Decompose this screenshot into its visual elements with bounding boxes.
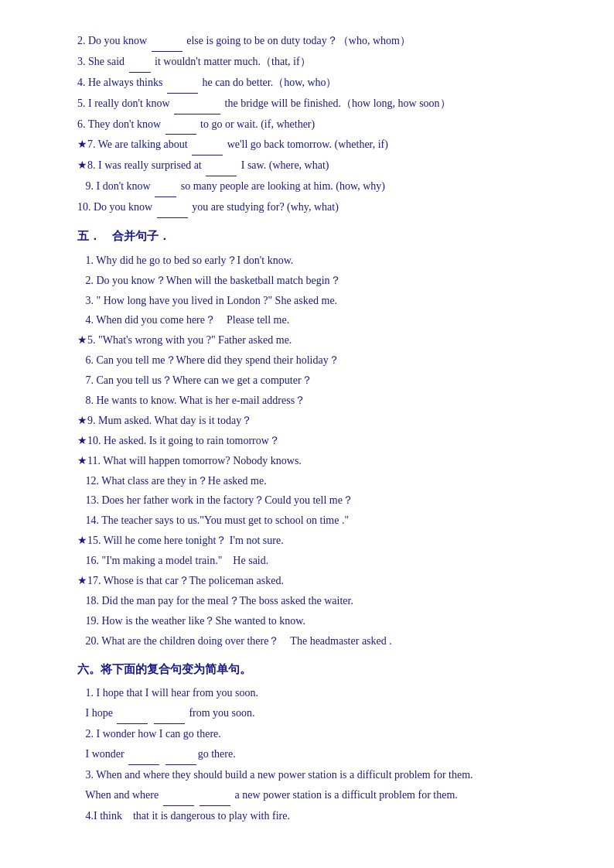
blank-s4-10	[157, 197, 188, 218]
line-s4-2: 2. Do you know else is going to be on du…	[77, 31, 552, 52]
s6-item3-line1: 3. When and where they should build a ne…	[77, 765, 552, 785]
line-s4-8: ★8. I was really surprised at I saw. (wh…	[77, 155, 552, 176]
line-s4-9: 9. I don't know so many people are looki…	[77, 176, 552, 197]
worksheet-content: 2. Do you know else is going to be on du…	[77, 31, 552, 826]
line-s5-9: ★9. Mum asked. What day is it today？	[77, 411, 552, 431]
s6-item4-line1: 4.I think that it is dangerous to play w…	[77, 806, 552, 826]
line-s5-17: ★17. Whose is that car？The policeman ask…	[77, 571, 552, 591]
line-s5-3: 3. " How long have you lived in London ?…	[77, 291, 552, 311]
section6-header: 六。将下面的复合句变为简单句。	[77, 659, 552, 681]
line-s4-5: 5. I really don't know the bridge will b…	[77, 94, 552, 114]
line-s5-6: 6. Can you tell me？Where did they spend …	[77, 350, 552, 371]
line-s5-5: ★5. "What's wrong with you ?" Father ask…	[77, 330, 552, 350]
section6-items: 1. I hope that I will hear from you soon…	[77, 683, 552, 825]
line-s5-14: 14. The teacher says to us."You must get…	[77, 511, 552, 531]
line-s5-13: 13. Does her father work in the factory？…	[77, 490, 552, 511]
line-s5-16: 16. "I'm making a model train." He said.	[77, 551, 552, 571]
line-s5-2: 2. Do you know？When will the basketball …	[77, 271, 552, 291]
line-s5-4: 4. When did you come here？ Please tell m…	[77, 310, 552, 330]
line-s4-6: 6. They don't know to go or wait. (if, w…	[77, 114, 552, 135]
line-s5-12: 12. What class are they in？He asked me.	[77, 471, 552, 491]
blank-s4-3	[129, 52, 151, 73]
line-s5-10: ★10. He asked. Is it going to rain tomor…	[77, 431, 552, 451]
blank-s6-2b	[165, 744, 196, 765]
s6-item3-line2: When and where a new power station is a …	[77, 785, 552, 806]
line-s5-7: 7. Can you tell us？Where can we get a co…	[77, 371, 552, 391]
line-s4-4: 4. He always thinks he can do better.（ho…	[77, 73, 552, 94]
line-s4-3: 3. She said it wouldn't matter much.（tha…	[77, 52, 552, 73]
section4-lines: 2. Do you know else is going to be on du…	[77, 31, 552, 218]
blank-s4-2	[152, 31, 182, 52]
blank-s4-6	[165, 114, 196, 135]
line-s5-18: 18. Did the man pay for the meal？The bos…	[77, 591, 552, 611]
s6-item1-line2: I hope from you soon.	[77, 703, 552, 724]
blank-s4-4	[167, 73, 198, 94]
section5-header: 五． 合并句子．	[77, 226, 552, 248]
blank-s4-7	[192, 135, 223, 155]
blank-s4-5	[174, 94, 220, 114]
blank-s4-8	[206, 155, 237, 176]
blank-s6-3b	[200, 785, 230, 806]
s6-item2-line2: I wonder go there.	[77, 744, 552, 765]
line-s5-15: ★15. Will he come here tonight？ I'm not …	[77, 531, 552, 551]
line-s5-19: 19. How is the weather like？She wanted t…	[77, 611, 552, 631]
blank-s4-9	[155, 176, 176, 197]
blank-s6-2a	[128, 744, 159, 765]
line-s5-1: 1. Why did he go to bed so early？I don't…	[77, 251, 552, 271]
line-s5-11: ★11. What will happen tomorrow? Nobody k…	[77, 451, 552, 471]
blank-s6-1b	[154, 703, 185, 724]
s6-item1-line1: 1. I hope that I will hear from you soon…	[77, 683, 552, 703]
s6-item2-line1: 2. I wonder how I can go there.	[77, 724, 552, 744]
line-s5-8: 8. He wants to know. What is her e-mail …	[77, 391, 552, 411]
line-s4-7: ★7. We are talking about we'll go back t…	[77, 135, 552, 155]
section5-lines: 1. Why did he go to bed so early？I don't…	[77, 251, 552, 651]
line-s5-20: 20. What are the children doing over the…	[77, 631, 552, 651]
blank-s6-1a	[117, 703, 148, 724]
line-s4-10: 10. Do you know you are studying for? (w…	[77, 197, 552, 218]
blank-s6-3a	[163, 785, 194, 806]
